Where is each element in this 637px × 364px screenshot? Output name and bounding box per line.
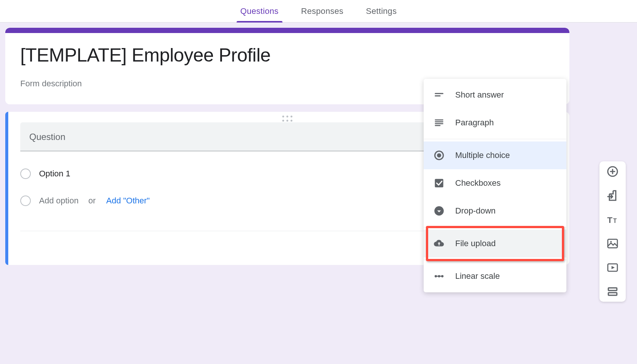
form-title[interactable]: [TEMPLATE] Employee Profile (20, 42, 554, 66)
menu-label: Multiple choice (455, 150, 510, 160)
tab-responses[interactable]: Responses (290, 0, 355, 22)
add-other-link[interactable]: Add "Other" (106, 196, 150, 206)
type-checkboxes[interactable]: Checkboxes (424, 169, 566, 197)
multiple-choice-icon (433, 150, 445, 161)
svg-rect-14 (608, 239, 617, 248)
question-type-menu: Short answer Paragraph Multiple choice C… (424, 79, 566, 292)
or-text: or (88, 196, 96, 206)
radio-icon (20, 168, 31, 179)
paragraph-icon (433, 117, 445, 128)
menu-label: Short answer (455, 90, 504, 100)
menu-label: Linear scale (455, 271, 500, 281)
linear-scale-icon (433, 271, 445, 282)
add-title-icon[interactable]: TT (606, 213, 619, 226)
import-questions-icon[interactable] (606, 189, 619, 202)
type-dropdown[interactable]: Drop-down (424, 197, 566, 225)
svg-point-5 (437, 153, 441, 157)
tab-settings[interactable]: Settings (355, 0, 408, 22)
menu-separator (424, 139, 566, 139)
menu-separator (424, 260, 566, 260)
add-question-icon[interactable] (606, 165, 619, 178)
type-file-upload[interactable]: File upload (424, 230, 566, 257)
tab-settings-label: Settings (366, 6, 397, 16)
add-option-text[interactable]: Add option (39, 196, 78, 206)
add-section-icon[interactable] (606, 285, 619, 298)
short-answer-icon (433, 89, 445, 101)
top-tabs: Questions Responses Settings (0, 0, 637, 23)
checkbox-icon (433, 177, 445, 189)
drag-handle-icon[interactable] (282, 116, 293, 122)
radio-icon (20, 196, 31, 206)
svg-text:T: T (607, 215, 613, 225)
side-toolbar: TT (599, 161, 626, 302)
type-linear-scale[interactable]: Linear scale (424, 262, 566, 290)
svg-rect-18 (608, 293, 617, 295)
tab-responses-label: Responses (301, 6, 344, 16)
type-multiple-choice[interactable]: Multiple choice (424, 141, 566, 169)
svg-rect-6 (435, 179, 444, 188)
tab-questions[interactable]: Questions (229, 0, 290, 22)
cloud-upload-icon (433, 238, 445, 249)
type-paragraph[interactable]: Paragraph (424, 109, 566, 137)
menu-label: Checkboxes (455, 178, 501, 188)
add-video-icon[interactable] (606, 261, 619, 274)
add-image-icon[interactable] (606, 237, 619, 250)
tab-questions-label: Questions (240, 6, 279, 16)
svg-rect-17 (608, 288, 617, 290)
menu-separator (424, 227, 566, 227)
dropdown-icon (433, 205, 445, 217)
menu-label: Drop-down (455, 206, 496, 216)
menu-label: Paragraph (455, 118, 494, 128)
menu-label: File upload (455, 239, 496, 248)
svg-text:T: T (613, 218, 617, 224)
option-label[interactable]: Option 1 (39, 169, 70, 179)
svg-point-15 (610, 241, 612, 242)
type-short-answer[interactable]: Short answer (424, 81, 566, 109)
